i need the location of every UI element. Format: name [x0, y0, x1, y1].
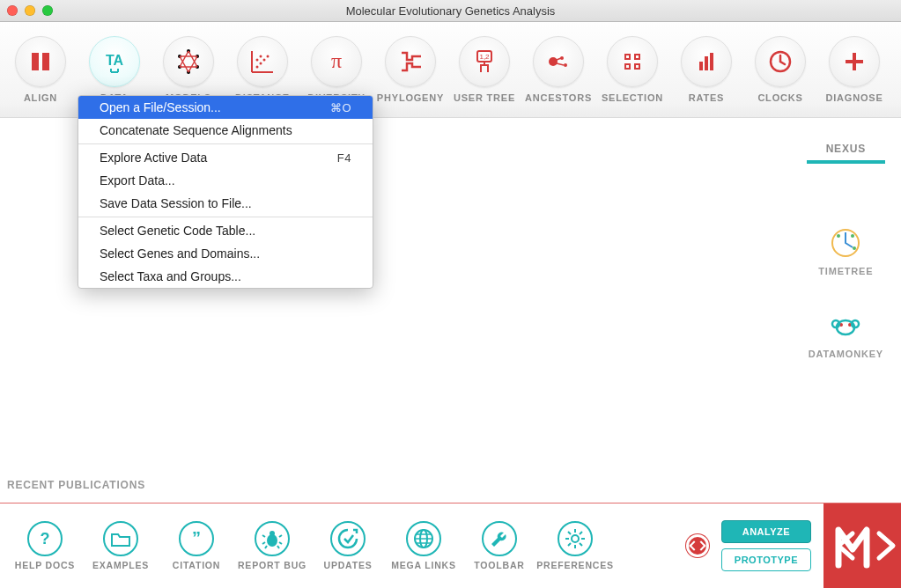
toolbar-phylogeny-button[interactable]: PHYLOGENY [373, 26, 447, 114]
mega-logo [823, 503, 901, 588]
menu-item[interactable]: Select Taxa and Groups... [78, 265, 373, 288]
menu-item-label: Concatenate Sequence Alignments [100, 123, 292, 137]
prototype-button[interactable]: PROTOTYPE [721, 548, 811, 571]
bottom-label: REPORT BUG [238, 560, 306, 570]
menu-item[interactable]: Explore Active DataF4 [78, 146, 373, 169]
timetree-icon [830, 227, 861, 259]
bottom-label: HELP DOCS [15, 560, 75, 570]
toolbar-selection-button[interactable]: SELECTION [595, 26, 669, 114]
gear-icon [558, 521, 593, 556]
menu-item[interactable]: Concatenate Sequence Alignments [78, 119, 373, 142]
help-icon [27, 521, 63, 556]
models-icon [163, 36, 214, 87]
menu-item-label: Select Genetic Code Table... [100, 224, 255, 238]
menu-item-label: Open a File/Session... [100, 100, 221, 114]
bottom-wrench-button[interactable]: TOOLBAR [462, 521, 537, 570]
toolbar-label: CLOCKS [757, 92, 802, 103]
menu-separator [78, 143, 373, 144]
menu-item[interactable]: Open a File/Session...⌘O [78, 96, 373, 119]
menu-item-shortcut: ⌘O [330, 101, 351, 114]
updates-icon [330, 521, 366, 556]
selection-icon [607, 36, 658, 87]
menu-item[interactable]: Export Data... [78, 169, 373, 192]
bottom-label: UPDATES [324, 560, 373, 570]
bottom-bar: HELP DOCSEXAMPLESCITATIONREPORT BUGUPDAT… [0, 503, 901, 588]
recent-publications-heading: RECENT PUBLICATIONS [7, 479, 145, 491]
diagnose-icon [829, 36, 880, 87]
bug-icon [255, 521, 290, 556]
menu-item-label: Select Genes and Domains... [100, 246, 260, 261]
title-bar: Molecular Evolutionary Genetics Analysis [0, 0, 901, 22]
analyze-button[interactable]: ANALYZE [721, 520, 811, 543]
globe-icon [406, 521, 441, 556]
data-icon [89, 36, 140, 87]
menu-separator [78, 217, 373, 217]
datamonkey-icon [830, 310, 861, 342]
window-title: Molecular Evolutionary Genetics Analysis [0, 4, 901, 18]
right-link-datamonkey[interactable]: DATAMONKEY [809, 310, 883, 359]
toolbar-rates-button[interactable]: RATES [669, 26, 743, 114]
usertree-icon [459, 36, 510, 87]
bottom-label: EXAMPLES [92, 560, 149, 570]
menu-item-label: Explore Active Data [100, 151, 207, 165]
toolbar-diagnose-button[interactable]: DIAGNOSE [817, 26, 891, 114]
update-notification-icon[interactable] [686, 534, 709, 557]
mode-buttons: ANALYZE PROTOTYPE [721, 520, 811, 571]
bottom-help-button[interactable]: HELP DOCS [7, 521, 83, 570]
menu-item-shortcut: F4 [337, 151, 351, 165]
align-icon [15, 36, 66, 87]
bottom-label: PREFERENCES [536, 560, 614, 570]
rates-icon [681, 36, 732, 87]
clocks-icon [755, 36, 806, 87]
toolbar-ancestors-button[interactable]: ANCESTORS [521, 26, 595, 114]
menu-item[interactable]: Save Data Session to File... [78, 192, 373, 215]
toolbar-usertree-button[interactable]: USER TREE [447, 26, 521, 114]
nexus-tab[interactable]: NEXUS [807, 137, 885, 164]
menu-item-label: Save Data Session to File... [100, 196, 252, 210]
menu-item-label: Export Data... [100, 173, 175, 187]
menu-item[interactable]: Select Genes and Domains... [78, 242, 373, 265]
right-link-timetree[interactable]: TIMETREE [818, 227, 873, 276]
right-link-label: TIMETREE [818, 266, 873, 276]
right-side-column: NEXUS TIMETREEDATAMONKEY [807, 137, 885, 359]
bottom-gear-button[interactable]: PREFERENCES [537, 521, 613, 570]
quote-icon [179, 521, 214, 556]
bottom-bug-button[interactable]: REPORT BUG [234, 521, 310, 570]
bottom-label: CITATION [173, 560, 220, 570]
toolbar-label: USER TREE [454, 92, 515, 103]
toolbar-label: ANCESTORS [525, 92, 592, 103]
bottom-globe-button[interactable]: MEGA LINKS [386, 521, 462, 570]
menu-item[interactable]: Select Genetic Code Table... [78, 219, 373, 242]
phylogeny-icon [385, 36, 436, 87]
toolbar-label: ALIGN [24, 92, 57, 103]
bottom-folder-button[interactable]: EXAMPLES [83, 521, 159, 570]
diversity-icon [311, 36, 362, 87]
wrench-icon [482, 521, 517, 556]
data-dropdown-menu: Open a File/Session...⌘OConcatenate Sequ… [78, 95, 373, 289]
toolbar-align-button[interactable]: ALIGN [4, 26, 78, 114]
right-link-label: DATAMONKEY [809, 349, 883, 359]
bottom-quote-button[interactable]: CITATION [159, 521, 234, 570]
toolbar-label: PHYLOGENY [377, 92, 444, 103]
ancestors-icon [533, 36, 584, 87]
folder-icon [103, 521, 138, 556]
toolbar-clocks-button[interactable]: CLOCKS [743, 26, 817, 114]
toolbar-label: DIAGNOSE [825, 92, 883, 103]
distance-icon [237, 36, 288, 87]
bottom-label: TOOLBAR [474, 560, 524, 570]
bottom-updates-button[interactable]: UPDATES [310, 521, 386, 570]
bottom-label: MEGA LINKS [391, 560, 456, 570]
toolbar-label: RATES [689, 92, 724, 103]
toolbar-label: SELECTION [602, 92, 663, 103]
menu-item-label: Select Taxa and Groups... [100, 269, 241, 283]
